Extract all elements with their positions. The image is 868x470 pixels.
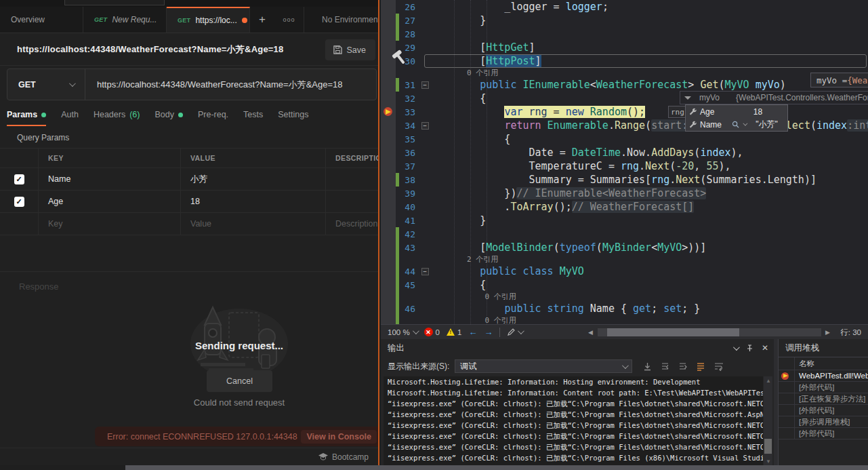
previous-message-icon[interactable] xyxy=(661,362,669,371)
clear-all-icon[interactable] xyxy=(696,362,705,371)
new-tab-button[interactable]: + xyxy=(250,7,274,33)
code-text[interactable]: return Enumerable.Range(start: 1, count:… xyxy=(431,119,868,132)
checkbox-checked[interactable]: ✓ xyxy=(14,197,24,207)
fold-margin[interactable]: − xyxy=(419,268,431,275)
tab-new-request[interactable]: GET New Requ... xyxy=(83,7,167,33)
glyph-margin-cell[interactable] xyxy=(381,78,396,92)
glyph-margin-cell[interactable] xyxy=(381,146,396,159)
environment-selector[interactable]: No Environment xyxy=(304,7,378,33)
code-text[interactable]: } xyxy=(431,14,868,26)
glyph-margin-cell[interactable] xyxy=(381,265,396,278)
cancel-button[interactable]: Cancel xyxy=(207,370,272,392)
code-text[interactable]: .ToArray();// WeatherForecast[] xyxy=(431,201,868,213)
glyph-margin-cell[interactable] xyxy=(381,254,396,265)
method-select[interactable]: GET xyxy=(7,69,85,100)
code-line-38[interactable]: 38 Summary = Summaries[rng.Next(Summarie… xyxy=(381,173,868,187)
next-message-icon[interactable] xyxy=(678,362,687,371)
glyph-margin-cell[interactable] xyxy=(381,200,396,214)
datatip-header[interactable]: myVo {WebAPITest.Controllers.WeatherFore xyxy=(680,91,868,104)
code-line-29[interactable]: 29 [HttpGet] xyxy=(381,41,868,54)
glyph-margin-cell[interactable] xyxy=(381,302,396,315)
tab-localhost-request[interactable]: GET https://loc... xyxy=(167,7,250,33)
more-tabs-button[interactable]: ooo xyxy=(274,7,304,33)
scroll-left-arrow[interactable]: ◀ xyxy=(588,329,593,336)
subtab-settings[interactable]: Settings xyxy=(278,103,308,126)
scroll-right-arrow[interactable]: ▶ xyxy=(825,329,830,336)
glyph-margin-cell[interactable] xyxy=(381,241,396,254)
word-wrap-icon[interactable] xyxy=(714,362,724,371)
code-line-26[interactable]: 26 _logger = logger; xyxy=(381,0,868,14)
pencil-dropdown-button[interactable] xyxy=(507,328,522,336)
glyph-margin-cell[interactable] xyxy=(381,132,396,146)
code-text[interactable]: })// IEnumerable<WeatherForecast> xyxy=(431,187,868,199)
table-cell[interactable]: Key xyxy=(38,213,180,235)
find-message-icon[interactable] xyxy=(643,362,652,371)
magnifier-icon[interactable] xyxy=(732,121,739,128)
table-cell[interactable]: 18 xyxy=(180,191,325,212)
navigate-back-button[interactable]: ← xyxy=(468,327,477,337)
subtab-tests[interactable]: Tests xyxy=(243,103,263,126)
code-text[interactable]: Summary = Summaries[rng.Next(Summaries.L… xyxy=(431,174,868,186)
navigate-forward-button[interactable]: → xyxy=(484,327,493,337)
code-text[interactable]: [ModelBinder(typeof(MyBinder<MyVO>))] xyxy=(431,241,868,254)
close-icon[interactable]: ✕ xyxy=(762,343,768,353)
code-line-30[interactable]: 30 [HttpPost] xyxy=(381,54,868,68)
code-line-37[interactable]: 37 TemperatureC = rng.Next(-20, 55), xyxy=(381,159,868,173)
horizontal-scrollbar[interactable] xyxy=(598,328,821,336)
pin-icon[interactable] xyxy=(746,345,753,352)
error-count[interactable]: ✕ 0 xyxy=(424,328,440,336)
glyph-margin-cell[interactable] xyxy=(381,315,396,324)
code-text[interactable]: Date = DateTime.Now.AddDays(index), xyxy=(431,146,868,159)
subtab-headers[interactable]: Headers(6) xyxy=(94,103,140,126)
collapse-box-icon[interactable]: − xyxy=(421,268,429,275)
expander-triangle-icon[interactable] xyxy=(684,96,691,100)
code-text[interactable]: 2 个引用 xyxy=(431,254,868,265)
glyph-margin-cell[interactable] xyxy=(381,68,396,78)
code-text[interactable]: 0 个引用 xyxy=(431,315,868,324)
code-text[interactable]: [HttpPost] xyxy=(431,55,868,67)
call-stack-title[interactable]: 调用堆栈 xyxy=(779,339,868,357)
code-line-46[interactable]: 46 public string Name { get; set; } xyxy=(381,302,868,315)
codelens-row[interactable]: 0 个引用 xyxy=(381,315,868,324)
output-scrollbar[interactable]: ▲ ▼ xyxy=(764,376,772,466)
output-log[interactable]: Microsoft.Hosting.Lifetime: Information:… xyxy=(384,376,763,466)
collapse-box-icon[interactable]: − xyxy=(421,122,429,130)
checkbox-cell[interactable]: ✓ xyxy=(0,191,38,212)
table-cell[interactable]: Description xyxy=(325,213,379,235)
codelens-row[interactable]: 0 个引用 xyxy=(381,292,868,302)
glyph-margin-cell[interactable] xyxy=(381,187,396,200)
tab-overview[interactable]: Overview xyxy=(0,7,83,33)
bootcamp-link[interactable]: Bootcamp xyxy=(332,452,369,462)
window-position-icon[interactable] xyxy=(733,344,740,351)
datatip-member-row[interactable]: Age18 xyxy=(686,105,787,118)
code-text[interactable]: } xyxy=(431,214,868,227)
glyph-margin-cell[interactable] xyxy=(381,278,396,292)
code-line-27[interactable]: 27 } xyxy=(381,14,868,27)
code-text[interactable]: 0 个引用 xyxy=(431,68,868,78)
glyph-margin-cell[interactable] xyxy=(381,14,396,27)
glyph-margin-cell[interactable] xyxy=(381,159,396,173)
code-text[interactable]: TemperatureC = rng.Next(-20, 55), xyxy=(431,160,868,172)
code-text[interactable]: 0 个引用 xyxy=(431,292,868,302)
codelens-row[interactable]: 2 个引用 xyxy=(381,254,868,265)
call-stack-frame[interactable]: [外部代码] xyxy=(779,382,868,393)
scroll-up-arrow[interactable]: ▲ xyxy=(766,378,771,384)
subtab-pre-req-[interactable]: Pre-req. xyxy=(198,103,228,126)
code-line-31[interactable]: 31− public IEnumerable<WeatherForecast> … xyxy=(381,78,868,92)
scrollbar-thumb[interactable] xyxy=(607,328,739,336)
checkbox-cell[interactable] xyxy=(0,149,38,168)
table-cell[interactable]: Age xyxy=(38,191,180,212)
output-source-select[interactable]: 调试 xyxy=(455,359,632,373)
codelens-row[interactable]: 0 个引用 xyxy=(381,68,868,78)
glyph-margin-cell[interactable] xyxy=(381,214,396,227)
glyph-margin-cell[interactable] xyxy=(381,92,396,105)
code-text[interactable]: [HttpGet] xyxy=(431,41,868,54)
save-button[interactable]: Save xyxy=(325,39,376,60)
code-text[interactable]: { xyxy=(431,279,868,291)
code-line-39[interactable]: 39 })// IEnumerable<WeatherForecast> xyxy=(381,187,868,200)
code-line-40[interactable]: 40 .ToArray();// WeatherForecast[] xyxy=(381,200,868,214)
fold-margin[interactable]: − xyxy=(419,81,431,89)
table-cell[interactable]: 小芳 xyxy=(180,168,325,190)
table-row[interactable]: ✓Name小芳 xyxy=(0,168,379,191)
glyph-margin-cell[interactable] xyxy=(381,119,396,132)
